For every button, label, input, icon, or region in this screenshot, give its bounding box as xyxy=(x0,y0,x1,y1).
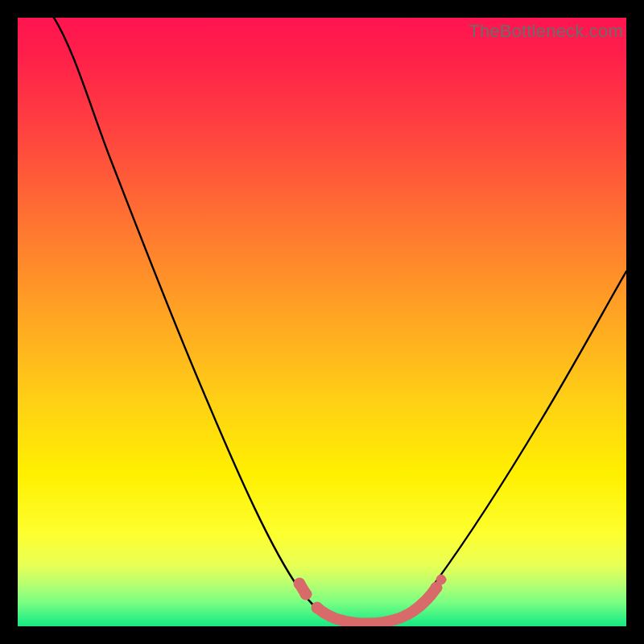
svg-point-5 xyxy=(436,575,446,584)
chart-frame: TheBottleneck.com xyxy=(0,0,644,644)
optimal-range-highlight xyxy=(294,575,446,624)
svg-point-3 xyxy=(312,602,323,613)
curve-layer xyxy=(18,18,626,626)
svg-line-2 xyxy=(299,584,306,594)
watermark-text: TheBottleneck.com xyxy=(469,21,623,42)
plot-area xyxy=(18,18,626,626)
bottleneck-curve xyxy=(54,18,626,625)
